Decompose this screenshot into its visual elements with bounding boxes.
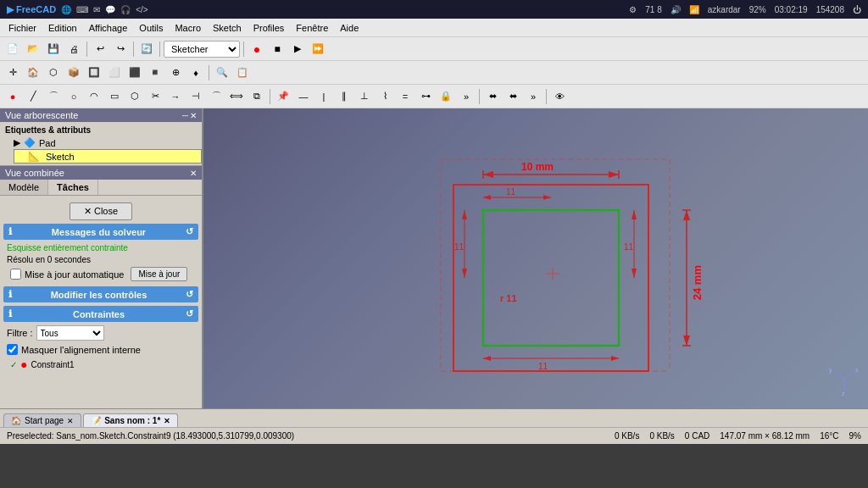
tb2-12[interactable]: 📋 <box>233 64 252 82</box>
menu-macro[interactable]: Macro <box>170 21 206 35</box>
forward-btn[interactable]: ⏩ <box>309 40 327 58</box>
stop-btn[interactable]: ■ <box>268 40 287 58</box>
sk-constperp[interactable]: ⊥ <box>355 87 374 106</box>
sk-clone[interactable]: ⧉ <box>248 87 266 106</box>
red-circle-btn[interactable]: ● <box>248 40 266 58</box>
sk-constfix[interactable]: 📌 <box>274 87 292 106</box>
wifi-icon: 📶 <box>689 5 699 14</box>
sk-dim1[interactable]: ⬌ <box>483 87 502 106</box>
sk-fillet[interactable]: ⌒ <box>207 87 225 106</box>
constraint1-item[interactable]: ✓ ● Constraint1 <box>3 357 198 372</box>
tab-taches[interactable]: Tâches <box>48 180 98 195</box>
tb2-3[interactable]: ⬡ <box>44 64 63 82</box>
sk-circle[interactable]: ○ <box>64 87 83 106</box>
sk-constsym[interactable]: ⊶ <box>416 87 435 106</box>
update-row: Mise à jour automatique Mise à jour <box>3 265 198 283</box>
viewport[interactable]: r 11 11 11 11 11 10 mm 24 mm x y z <box>203 108 868 408</box>
sk-mirror[interactable]: ⟺ <box>227 87 246 106</box>
tree-panel-header: Vue arborescente ─ ✕ <box>0 108 202 122</box>
tb2-5[interactable]: 🔲 <box>85 64 103 82</box>
undo-btn[interactable]: ↩ <box>91 40 109 58</box>
battery-display: 92% <box>749 5 766 14</box>
power-icon[interactable]: ⏻ <box>853 5 861 14</box>
update-btn[interactable]: Mise à jour <box>131 267 187 281</box>
sk-rect[interactable]: ▭ <box>105 87 124 106</box>
sans-nom-close-icon[interactable]: ✕ <box>164 417 170 425</box>
new-btn[interactable]: 📄 <box>3 40 22 58</box>
svg-marker-15 <box>683 336 690 346</box>
refresh-btn[interactable]: 🔄 <box>137 40 156 58</box>
sk-more[interactable]: » <box>457 87 476 106</box>
tb2-4[interactable]: 📦 <box>64 64 83 82</box>
sk-constequal[interactable]: = <box>396 87 415 106</box>
sk-consthv[interactable]: — <box>294 87 313 106</box>
sk-point[interactable]: ● <box>3 87 22 106</box>
sk-constvert[interactable]: | <box>314 87 333 106</box>
contraintes-reset-icon[interactable]: ↺ <box>186 308 193 319</box>
sk-dim2[interactable]: ⬌ <box>504 87 522 106</box>
sk-arc[interactable]: ◠ <box>85 87 103 106</box>
hide-internal-checkbox[interactable] <box>7 344 18 355</box>
signal-display: 71 8 <box>645 5 661 14</box>
menu-aide[interactable]: Aide <box>335 21 364 35</box>
redo-btn[interactable]: ↪ <box>111 40 130 58</box>
tb2-11[interactable]: 🔍 <box>213 64 231 82</box>
svg-line-36 <box>832 370 844 379</box>
sk-consttang[interactable]: ⌇ <box>376 87 394 106</box>
sk-view[interactable]: 👁 <box>550 87 569 106</box>
tab-modele[interactable]: Modèle <box>0 180 48 195</box>
bottom-tabs: 🏠 Start page ✕ 📝 Sans nom : 1* ✕ <box>0 408 868 427</box>
sk-constblock[interactable]: 🔒 <box>437 87 455 106</box>
sksep1 <box>270 89 270 104</box>
print-btn[interactable]: 🖨 <box>64 40 83 58</box>
freecad-logo: ▶ FreeCAD <box>7 4 56 15</box>
workbench-select[interactable]: Sketcher <box>164 41 240 58</box>
menu-sketch[interactable]: Sketch <box>208 21 247 35</box>
open-btn[interactable]: 📂 <box>24 40 42 58</box>
tab-sans-nom[interactable]: 📝 Sans nom : 1* ✕ <box>83 413 178 427</box>
start-page-icon: 🏠 <box>11 416 21 425</box>
sk-trim[interactable]: ✂ <box>146 87 164 106</box>
tb2-7[interactable]: ⬛ <box>125 64 144 82</box>
tb2-9[interactable]: ⊕ <box>166 64 185 82</box>
close-button[interactable]: ✕ Close <box>70 202 132 220</box>
menu-fenetre[interactable]: Fenêtre <box>291 21 333 35</box>
sk-constpar[interactable]: ∥ <box>335 87 353 106</box>
filter-select[interactable]: Tous <box>36 325 104 341</box>
tree-pad-item[interactable]: ▶ 🔷 Pad <box>0 136 202 149</box>
sep3 <box>159 42 160 57</box>
tb2-1[interactable]: ✛ <box>3 64 22 82</box>
tb2-10[interactable]: ♦ <box>186 64 205 82</box>
sk-polyline[interactable]: ⌒ <box>44 87 63 106</box>
menu-affichage[interactable]: Affichage <box>84 21 133 35</box>
svg-text:11: 11 <box>506 187 516 197</box>
toolbar2: ✛ 🏠 ⬡ 📦 🔲 ⬜ ⬛ ◾ ⊕ ♦ 🔍 📋 <box>0 61 868 85</box>
tab-start-page[interactable]: 🏠 Start page ✕ <box>3 413 81 427</box>
tb2-2[interactable]: 🏠 <box>24 64 42 82</box>
menu-fichier[interactable]: Fichier <box>3 21 42 35</box>
sep2 <box>133 42 134 57</box>
solver-reset-icon[interactable]: ↺ <box>186 226 193 237</box>
controls-reset-icon[interactable]: ↺ <box>186 289 193 300</box>
tree-sketch-item[interactable]: 📐 Sketch <box>14 149 202 164</box>
sk-more2[interactable]: » <box>524 87 542 106</box>
start-page-close-icon[interactable]: ✕ <box>67 417 74 425</box>
tb2-8[interactable]: ◾ <box>146 64 164 82</box>
tree-close-icon[interactable]: ✕ <box>190 111 197 120</box>
sk-line[interactable]: ╱ <box>24 87 42 106</box>
menu-profiles[interactable]: Profiles <box>248 21 290 35</box>
menu-edition[interactable]: Edition <box>43 21 82 35</box>
menu-outils[interactable]: Outils <box>134 21 168 35</box>
terminal-icon: ⌨ <box>76 5 88 14</box>
auto-update-checkbox[interactable] <box>10 269 21 280</box>
combined-close-icon[interactable]: ✕ <box>190 169 197 178</box>
svg-marker-20 <box>483 356 491 361</box>
sk-extend[interactable]: → <box>166 87 185 106</box>
tb2-6[interactable]: ⬜ <box>105 64 124 82</box>
sk-polygon[interactable]: ⬡ <box>125 87 144 106</box>
sk-split[interactable]: ⊣ <box>186 87 205 106</box>
play-btn[interactable]: ▶ <box>288 40 307 58</box>
svg-text:11: 11 <box>538 362 548 371</box>
tree-minimize-icon[interactable]: ─ <box>182 111 188 120</box>
save-btn[interactable]: 💾 <box>44 40 63 58</box>
